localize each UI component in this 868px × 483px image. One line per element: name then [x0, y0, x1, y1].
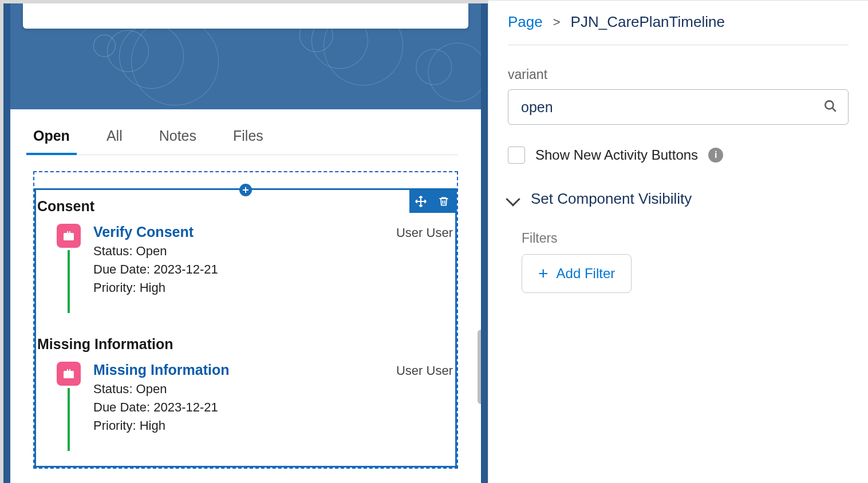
canvas-preview: Open All Notes Files — [0, 0, 488, 483]
breadcrumb: Page > PJN_CarePlanTimeline — [508, 1, 849, 45]
timeline-tabset: Open All Notes Files — [33, 109, 458, 155]
timeline-priority: Priority: High — [93, 280, 453, 295]
selection-toolbar — [409, 190, 455, 213]
selected-component[interactable]: Consent Verify Consent User User — [34, 188, 457, 468]
add-filter-label: Add Filter — [557, 266, 616, 282]
delete-icon[interactable] — [432, 190, 455, 213]
breadcrumb-page-link[interactable]: Page — [508, 13, 543, 31]
component-drop-region[interactable]: Consent Verify Consent User User — [33, 171, 458, 469]
timeline-connector — [68, 250, 70, 313]
chevron-down-icon — [506, 192, 520, 206]
add-filter-button[interactable]: + Add Filter — [522, 254, 632, 293]
section-title: Consent — [37, 198, 455, 215]
checkbox-label: Show New Activity Buttons — [535, 147, 698, 163]
timeline-priority: Priority: High — [93, 418, 453, 433]
tab-open[interactable]: Open — [33, 121, 70, 155]
timeline-status: Status: Open — [93, 382, 453, 397]
breadcrumb-separator: > — [553, 15, 561, 30]
visibility-section-label: Set Component Visibility — [531, 190, 692, 208]
plus-icon: + — [538, 265, 549, 282]
timeline-owner: User User — [396, 363, 453, 378]
timeline-subject-link[interactable]: Verify Consent — [93, 224, 194, 240]
timeline-connector — [68, 388, 70, 451]
info-icon[interactable]: i — [708, 148, 723, 163]
tab-files[interactable]: Files — [233, 121, 263, 155]
svg-point-0 — [825, 101, 833, 109]
search-icon — [823, 98, 838, 116]
section-title: Missing Information — [37, 336, 455, 353]
visibility-section-toggle[interactable]: Set Component Visibility — [508, 190, 849, 208]
timeline-due-date: Due Date: 2023-12-21 — [93, 400, 453, 415]
timeline-status: Status: Open — [93, 244, 453, 259]
briefcase-icon — [57, 362, 81, 386]
header-card — [23, 3, 468, 29]
tab-notes[interactable]: Notes — [159, 121, 196, 155]
filters-label: Filters — [522, 231, 849, 246]
timeline-subject-link[interactable]: Missing Information — [93, 362, 230, 378]
show-new-activity-checkbox[interactable] — [508, 147, 525, 164]
timeline-owner: User User — [396, 225, 453, 240]
breadcrumb-current: PJN_CarePlanTimeline — [571, 13, 725, 31]
properties-panel: Page > PJN_CarePlanTimeline variant Show… — [488, 0, 868, 483]
briefcase-icon — [57, 224, 81, 248]
insert-handle-icon[interactable] — [239, 184, 252, 196]
vertical-scrollbar[interactable] — [478, 330, 484, 404]
timeline-due-date: Due Date: 2023-12-21 — [93, 262, 453, 277]
tab-all[interactable]: All — [106, 121, 123, 155]
move-icon[interactable] — [409, 190, 432, 213]
variant-combobox[interactable] — [508, 89, 849, 125]
timeline-item: Missing Information User User Status: Op… — [36, 362, 455, 466]
page-header-banner — [10, 3, 481, 109]
variant-label: variant — [508, 67, 849, 82]
timeline-item: Verify Consent User User Status: Open Du… — [36, 224, 455, 328]
variant-input[interactable] — [521, 99, 823, 116]
